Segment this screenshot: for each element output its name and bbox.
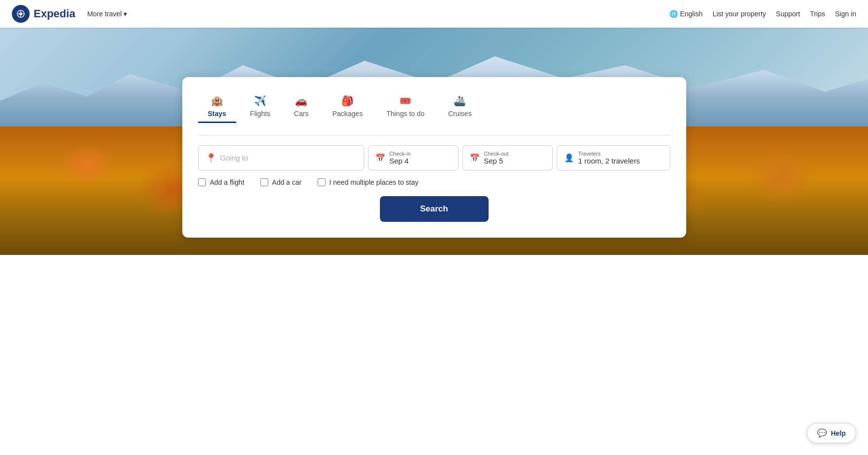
more-travel-button[interactable]: More travel ▾ (83, 8, 131, 20)
search-form-row: 📍 📅 Check-in Sep 4 📅 Check-out Sep 5 👤 (198, 145, 670, 170)
language-selector[interactable]: 🌐 English (669, 10, 703, 18)
tab-cruises[interactable]: 🚢 Cruises (438, 91, 481, 123)
sign-in-link[interactable]: Sign in (835, 10, 856, 18)
logo-icon (12, 5, 30, 23)
tab-flights[interactable]: ✈️ Flights (240, 91, 280, 123)
location-pin-icon: 📍 (206, 153, 216, 164)
svg-point-2 (19, 12, 22, 15)
calendar-icon: 📅 (375, 153, 385, 163)
header: Expedia More travel ▾ 🌐 English List you… (0, 0, 868, 28)
multiple-places-checkbox[interactable]: I need multiple places to stay (318, 178, 419, 186)
chevron-down-icon: ▾ (124, 10, 127, 18)
help-button[interactable]: 💬 Help (807, 423, 856, 443)
add-car-checkbox[interactable]: Add a car (260, 178, 302, 186)
globe-icon: 🌐 (669, 10, 678, 18)
add-flight-input[interactable] (198, 178, 206, 186)
person-icon: 👤 (564, 153, 574, 163)
packages-icon: 🎒 (341, 95, 354, 107)
stays-icon: 🏨 (211, 95, 223, 107)
tab-packages[interactable]: 🎒 Packages (323, 91, 372, 123)
search-widget: 🏨 Stays ✈️ Flights 🚗 Cars 🎒 Packages 🎟️ … (182, 77, 686, 238)
calendar-icon: 📅 (470, 153, 480, 163)
tab-cars[interactable]: 🚗 Cars (284, 91, 319, 123)
going-to-input[interactable] (220, 154, 357, 162)
checkboxes-row: Add a flight Add a car I need multiple p… (198, 178, 670, 186)
going-to-field[interactable]: 📍 (198, 145, 364, 170)
chat-icon: 💬 (817, 428, 827, 438)
hero-banner: 🏨 Stays ✈️ Flights 🚗 Cars 🎒 Packages 🎟️ … (0, 28, 868, 255)
search-tabs: 🏨 Stays ✈️ Flights 🚗 Cars 🎒 Packages 🎟️ … (198, 91, 670, 123)
check-out-field[interactable]: 📅 Check-out Sep 5 (462, 145, 553, 170)
tab-stays[interactable]: 🏨 Stays (198, 91, 236, 123)
cars-icon: 🚗 (295, 95, 307, 107)
header-left: Expedia More travel ▾ (12, 5, 131, 23)
list-property-link[interactable]: List your property (712, 10, 766, 18)
add-flight-checkbox[interactable]: Add a flight (198, 178, 245, 186)
logo-text: Expedia (34, 7, 75, 20)
trips-link[interactable]: Trips (810, 10, 826, 18)
travelers-field[interactable]: 👤 Travelers 1 room, 2 travelers (557, 145, 670, 170)
multiple-places-input[interactable] (318, 178, 326, 186)
logo[interactable]: Expedia (12, 5, 75, 23)
tab-divider (198, 135, 670, 135)
add-car-input[interactable] (260, 178, 268, 186)
search-button[interactable]: Search (380, 196, 489, 222)
cruises-icon: 🚢 (454, 95, 466, 107)
tab-things-to-do[interactable]: 🎟️ Things to do (376, 91, 434, 123)
support-link[interactable]: Support (776, 10, 800, 18)
header-nav: 🌐 English List your property Support Tri… (669, 10, 856, 18)
flights-icon: ✈️ (254, 95, 266, 107)
check-in-field[interactable]: 📅 Check-in Sep 4 (368, 145, 458, 170)
things-to-do-icon: 🎟️ (399, 95, 412, 107)
